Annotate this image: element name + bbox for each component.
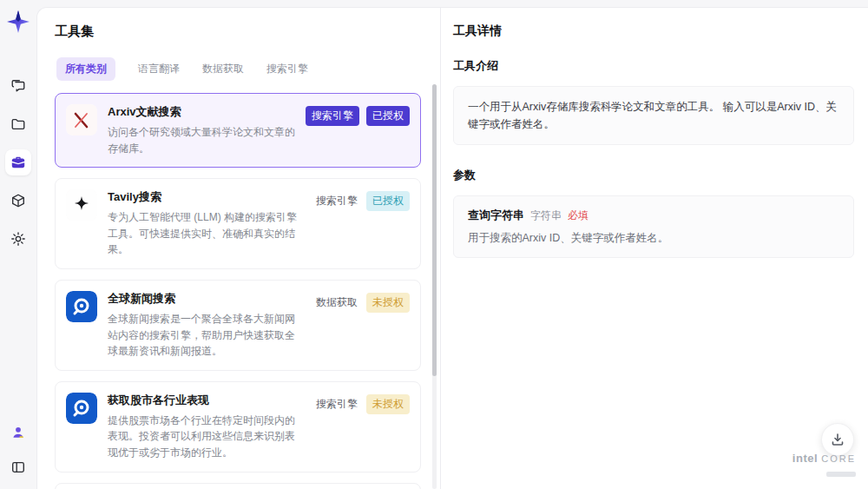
params-list: 查询字符串 字符串 必填 用于搜索的Arxiv ID、关键字或作者姓名。	[453, 195, 854, 258]
auth-status-badge: 已授权	[366, 191, 410, 211]
gear-icon	[10, 231, 26, 247]
tool-description: 访问各个研究领域大量科学论文和文章的存储库。	[108, 124, 295, 156]
parameter-card: 查询字符串 字符串 必填 用于搜索的Arxiv ID、关键字或作者姓名。	[453, 195, 854, 258]
app-logo	[7, 10, 30, 33]
intel-ultra-mark	[826, 472, 856, 477]
page-title: 工具集	[55, 23, 421, 40]
category-badge: 搜索引擎	[306, 106, 359, 126]
tool-list-item[interactable]: 全球新闻搜索 全球新闻搜索是一个聚合全球各大新闻网站内容的搜索引擎，帮助用户快速…	[55, 280, 421, 371]
params-heading: 参数	[453, 168, 854, 183]
tool-list-item[interactable]: 获取股市各行业表现 提供股票市场各个行业在特定时间段内的表现。投资者可以利用这些…	[55, 381, 421, 472]
tool-detail-panel: 工具详情 工具介绍 一个用于从Arxiv存储库搜索科学论文和文章的工具。 输入可…	[441, 8, 868, 489]
scrollbar-thumb[interactable]	[432, 84, 437, 376]
sidebar-nav	[5, 73, 31, 252]
blue-search-icon	[66, 393, 97, 424]
tools-list-panel: 工具集 所有类别语言翻译数据获取搜索引擎 Arxiv文献搜索 访问各个研究领域大…	[37, 8, 441, 489]
auth-status-badge: 未授权	[366, 394, 410, 414]
chat-icon	[10, 78, 26, 94]
tool-name: Arxiv文献搜索	[108, 104, 295, 120]
tool-description: 提供股票市场各个行业在特定时间段内的表现。投资者可以利用这些信息来识别表现优于或…	[108, 413, 304, 461]
core-text: core	[821, 453, 856, 464]
download-icon	[831, 433, 845, 446]
tool-name: 获取股市各行业表现	[108, 393, 304, 408]
auth-status-badge: 已授权	[366, 106, 410, 126]
tool-list-item[interactable]: Arxiv文献搜索 访问各个研究领域大量科学论文和文章的存储库。 搜索引擎 已授…	[55, 93, 421, 168]
auth-status-badge: 未授权	[366, 293, 410, 313]
category-badge: 数据获取	[314, 293, 359, 313]
tavily-star-icon	[66, 189, 97, 221]
intro-card: 一个用于从Arxiv存储库搜索科学论文和文章的工具。 输入可以是Arxiv ID…	[453, 86, 854, 145]
category-badge: 搜索引擎	[314, 394, 359, 414]
tool-list-item[interactable]: 获取市场最活跃股票信息 提供当天交易量最高的股票列表，投资者可以利用这些信息来识…	[55, 483, 421, 489]
folder-icon	[10, 116, 26, 132]
toolbox-icon	[10, 155, 26, 170]
category-badge: 搜索引擎	[314, 191, 359, 211]
content-shell: 工具集 所有类别语言翻译数据获取搜索引擎 Arxiv文献搜索 访问各个研究领域大…	[36, 7, 868, 489]
category-tab[interactable]: 语言翻译	[138, 57, 180, 81]
app-window: 工具集 所有类别语言翻译数据获取搜索引擎 Arxiv文献搜索 访问各个研究领域大…	[0, 0, 868, 489]
category-tab[interactable]: 数据获取	[202, 57, 244, 81]
user-avatar-icon	[10, 425, 26, 440]
panel-toggle-icon	[10, 459, 26, 475]
required-badge: 必填	[568, 208, 589, 223]
tool-description: 全球新闻搜索是一个聚合全球各大新闻网站内容的搜索引擎，帮助用户快速获取全球最新资…	[108, 311, 304, 360]
tool-name: 全球新闻搜索	[108, 291, 304, 307]
list-scrollbar[interactable]	[432, 84, 437, 489]
arxiv-icon	[66, 104, 97, 135]
left-sidebar	[0, 0, 36, 489]
intel-core-logo: intel core	[792, 453, 856, 480]
category-tab[interactable]: 搜索引擎	[266, 57, 308, 81]
cube-icon	[10, 193, 26, 208]
tool-list: Arxiv文献搜索 访问各个研究领域大量科学论文和文章的存储库。 搜索引擎 已授…	[55, 93, 421, 489]
detail-title: 工具详情	[453, 23, 854, 39]
blue-search-icon	[66, 291, 97, 322]
category-tabs: 所有类别语言翻译数据获取搜索引擎	[56, 57, 421, 81]
download-button[interactable]	[821, 423, 854, 456]
intro-heading: 工具介绍	[453, 58, 854, 74]
tool-list-item[interactable]: Tavily搜索 专为人工智能代理 (LLM) 构建的搜索引擎工具。可快速提供实…	[55, 178, 421, 269]
intel-text: intel	[792, 452, 818, 465]
tool-name: Tavily搜索	[108, 189, 304, 205]
parameter-name: 查询字符串	[468, 208, 524, 223]
category-tab[interactable]: 所有类别	[56, 57, 115, 81]
sidebar-bottom	[5, 420, 31, 480]
parameter-description: 用于搜索的Arxiv ID、关键字或作者姓名。	[468, 231, 839, 246]
parameter-type: 字符串	[530, 208, 562, 223]
tool-description: 专为人工智能代理 (LLM) 构建的搜索引擎工具。可快速提供实时、准确和真实的结…	[108, 209, 304, 258]
